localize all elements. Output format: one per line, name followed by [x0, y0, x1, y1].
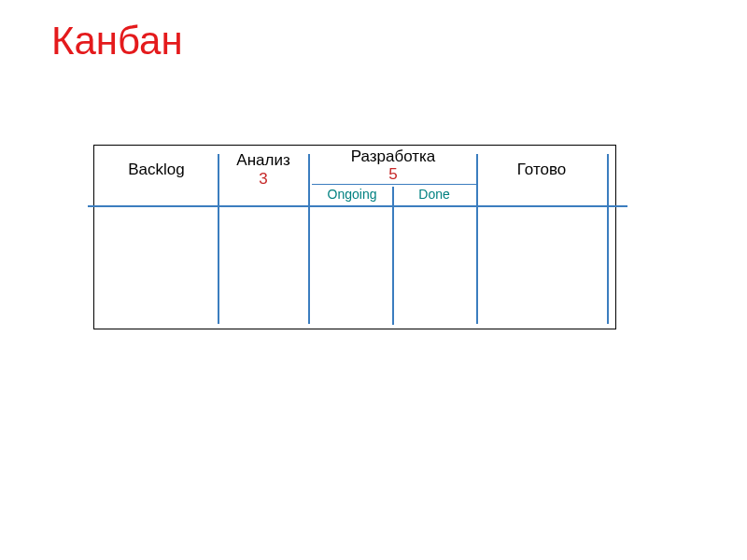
divider-dev-ongoing-done	[392, 187, 394, 325]
wip-limit-development: 5	[310, 165, 476, 184]
column-header-ready: Готово	[478, 161, 605, 179]
slide: Канбан Backlog Анализ Разработка Готово …	[0, 0, 747, 560]
wip-limit-analysis: 3	[218, 170, 308, 189]
subcolumn-header-ongoing: Ongoing	[312, 187, 392, 202]
dev-subheader-line	[312, 184, 476, 185]
column-header-analysis: Анализ	[218, 151, 308, 170]
column-header-backlog: Backlog	[98, 161, 215, 179]
divider-development-ready	[476, 154, 478, 324]
subcolumn-header-done: Done	[394, 187, 474, 202]
column-header-development: Разработка	[310, 147, 476, 166]
slide-title: Канбан	[51, 19, 183, 63]
board-header-separator	[88, 205, 627, 207]
divider-ready-end	[607, 154, 609, 324]
